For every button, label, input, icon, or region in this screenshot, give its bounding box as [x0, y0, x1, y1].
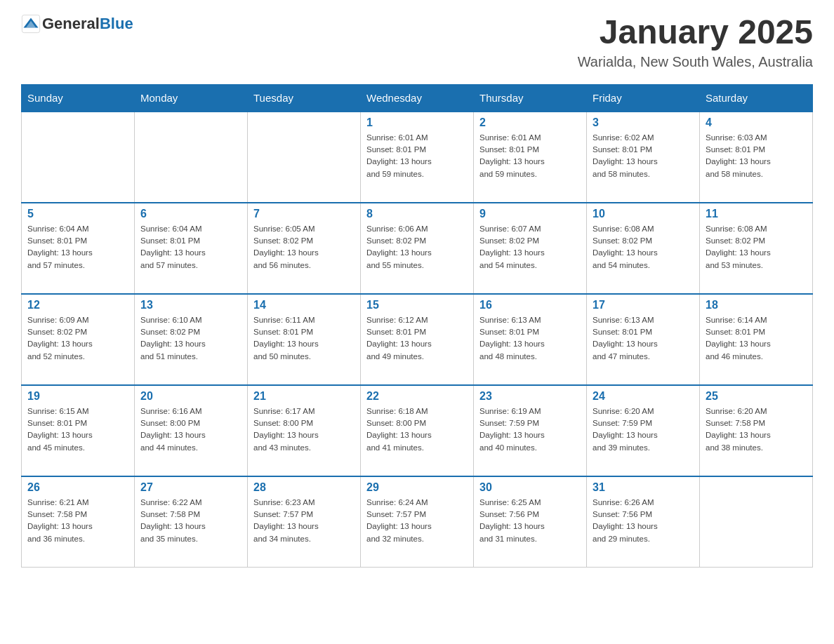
week-row-2: 5Sunrise: 6:04 AM Sunset: 8:01 PM Daylig… [22, 203, 813, 294]
table-row: 2Sunrise: 6:01 AM Sunset: 8:01 PM Daylig… [474, 112, 587, 203]
day-number: 22 [366, 390, 468, 403]
day-info: Sunrise: 6:23 AM Sunset: 7:57 PM Dayligh… [253, 497, 355, 545]
col-friday: Friday [587, 84, 700, 112]
table-row: 24Sunrise: 6:20 AM Sunset: 7:59 PM Dayli… [587, 385, 700, 476]
day-info: Sunrise: 6:09 AM Sunset: 8:02 PM Dayligh… [27, 314, 128, 363]
table-row [22, 112, 135, 203]
day-number: 29 [366, 481, 468, 494]
table-row: 3Sunrise: 6:02 AM Sunset: 8:01 PM Daylig… [587, 112, 700, 203]
logo: GeneralBlue [21, 14, 133, 34]
table-row: 9Sunrise: 6:07 AM Sunset: 8:02 PM Daylig… [474, 203, 587, 294]
col-saturday: Saturday [700, 84, 813, 112]
table-row: 7Sunrise: 6:05 AM Sunset: 8:02 PM Daylig… [248, 203, 361, 294]
table-row: 14Sunrise: 6:11 AM Sunset: 8:01 PM Dayli… [248, 294, 361, 385]
table-row: 21Sunrise: 6:17 AM Sunset: 8:00 PM Dayli… [248, 385, 361, 476]
day-number: 18 [706, 299, 807, 311]
day-info: Sunrise: 6:01 AM Sunset: 8:01 PM Dayligh… [479, 132, 581, 180]
table-row: 28Sunrise: 6:23 AM Sunset: 7:57 PM Dayli… [248, 476, 361, 568]
day-number: 20 [140, 390, 241, 403]
table-row: 17Sunrise: 6:13 AM Sunset: 8:01 PM Dayli… [587, 294, 700, 385]
table-row: 6Sunrise: 6:04 AM Sunset: 8:01 PM Daylig… [135, 203, 248, 294]
table-row: 19Sunrise: 6:15 AM Sunset: 8:01 PM Dayli… [22, 385, 135, 476]
day-info: Sunrise: 6:10 AM Sunset: 8:02 PM Dayligh… [140, 314, 241, 363]
col-wednesday: Wednesday [361, 84, 474, 112]
logo-icon [21, 14, 41, 34]
table-row: 18Sunrise: 6:14 AM Sunset: 8:01 PM Dayli… [700, 294, 813, 385]
calendar-header-row: Sunday Monday Tuesday Wednesday Thursday… [22, 84, 813, 112]
col-thursday: Thursday [474, 84, 587, 112]
day-info: Sunrise: 6:13 AM Sunset: 8:01 PM Dayligh… [593, 314, 694, 363]
day-number: 26 [27, 481, 128, 494]
day-info: Sunrise: 6:18 AM Sunset: 8:00 PM Dayligh… [366, 405, 468, 454]
week-row-5: 26Sunrise: 6:21 AM Sunset: 7:58 PM Dayli… [22, 476, 813, 568]
calendar-table: Sunday Monday Tuesday Wednesday Thursday… [21, 84, 813, 568]
day-number: 5 [27, 208, 128, 220]
table-row: 29Sunrise: 6:24 AM Sunset: 7:57 PM Dayli… [361, 476, 474, 568]
day-info: Sunrise: 6:17 AM Sunset: 8:00 PM Dayligh… [253, 405, 355, 454]
table-row [248, 112, 361, 203]
day-number: 11 [706, 208, 807, 220]
day-number: 12 [27, 299, 128, 311]
table-row [135, 112, 248, 203]
day-info: Sunrise: 6:05 AM Sunset: 8:02 PM Dayligh… [253, 223, 355, 271]
day-number: 3 [593, 116, 694, 129]
day-number: 13 [140, 299, 241, 311]
day-number: 17 [593, 299, 694, 311]
col-tuesday: Tuesday [248, 84, 361, 112]
week-row-1: 1Sunrise: 6:01 AM Sunset: 8:01 PM Daylig… [22, 112, 813, 203]
day-info: Sunrise: 6:22 AM Sunset: 7:58 PM Dayligh… [140, 497, 241, 545]
day-info: Sunrise: 6:06 AM Sunset: 8:02 PM Dayligh… [366, 223, 468, 271]
day-number: 19 [27, 390, 128, 403]
table-row: 20Sunrise: 6:16 AM Sunset: 8:00 PM Dayli… [135, 385, 248, 476]
day-info: Sunrise: 6:21 AM Sunset: 7:58 PM Dayligh… [27, 497, 128, 545]
table-row: 8Sunrise: 6:06 AM Sunset: 8:02 PM Daylig… [361, 203, 474, 294]
page-header: GeneralBlue January 2025 Warialda, New S… [21, 14, 813, 70]
day-number: 8 [366, 208, 468, 220]
table-row: 23Sunrise: 6:19 AM Sunset: 7:59 PM Dayli… [474, 385, 587, 476]
table-row: 11Sunrise: 6:08 AM Sunset: 8:02 PM Dayli… [700, 203, 813, 294]
table-row: 25Sunrise: 6:20 AM Sunset: 7:58 PM Dayli… [700, 385, 813, 476]
day-info: Sunrise: 6:11 AM Sunset: 8:01 PM Dayligh… [253, 314, 355, 363]
logo-text: GeneralBlue [42, 15, 133, 33]
day-info: Sunrise: 6:24 AM Sunset: 7:57 PM Dayligh… [366, 497, 468, 545]
day-info: Sunrise: 6:20 AM Sunset: 7:58 PM Dayligh… [706, 405, 807, 454]
day-info: Sunrise: 6:01 AM Sunset: 8:01 PM Dayligh… [366, 132, 468, 180]
day-number: 7 [253, 208, 355, 220]
day-number: 6 [140, 208, 241, 220]
table-row: 16Sunrise: 6:13 AM Sunset: 8:01 PM Dayli… [474, 294, 587, 385]
table-row: 13Sunrise: 6:10 AM Sunset: 8:02 PM Dayli… [135, 294, 248, 385]
day-number: 9 [479, 208, 581, 220]
table-row [700, 476, 813, 568]
day-number: 2 [479, 116, 581, 129]
day-number: 15 [366, 299, 468, 311]
day-info: Sunrise: 6:02 AM Sunset: 8:01 PM Dayligh… [593, 132, 694, 180]
day-info: Sunrise: 6:19 AM Sunset: 7:59 PM Dayligh… [479, 405, 581, 454]
table-row: 27Sunrise: 6:22 AM Sunset: 7:58 PM Dayli… [135, 476, 248, 568]
day-info: Sunrise: 6:07 AM Sunset: 8:02 PM Dayligh… [479, 223, 581, 271]
day-number: 4 [706, 116, 807, 129]
day-number: 16 [479, 299, 581, 311]
day-number: 28 [253, 481, 355, 494]
col-sunday: Sunday [22, 84, 135, 112]
day-info: Sunrise: 6:13 AM Sunset: 8:01 PM Dayligh… [479, 314, 581, 363]
day-info: Sunrise: 6:04 AM Sunset: 8:01 PM Dayligh… [140, 223, 241, 271]
day-info: Sunrise: 6:08 AM Sunset: 8:02 PM Dayligh… [706, 223, 807, 271]
table-row: 22Sunrise: 6:18 AM Sunset: 8:00 PM Dayli… [361, 385, 474, 476]
day-number: 21 [253, 390, 355, 403]
table-row: 1Sunrise: 6:01 AM Sunset: 8:01 PM Daylig… [361, 112, 474, 203]
day-number: 25 [706, 390, 807, 403]
day-info: Sunrise: 6:03 AM Sunset: 8:01 PM Dayligh… [706, 132, 807, 180]
table-row: 12Sunrise: 6:09 AM Sunset: 8:02 PM Dayli… [22, 294, 135, 385]
table-row: 15Sunrise: 6:12 AM Sunset: 8:01 PM Dayli… [361, 294, 474, 385]
table-row: 31Sunrise: 6:26 AM Sunset: 7:56 PM Dayli… [587, 476, 700, 568]
day-info: Sunrise: 6:08 AM Sunset: 8:02 PM Dayligh… [593, 223, 694, 271]
day-number: 23 [479, 390, 581, 403]
table-row: 26Sunrise: 6:21 AM Sunset: 7:58 PM Dayli… [22, 476, 135, 568]
day-number: 10 [593, 208, 694, 220]
day-number: 31 [593, 481, 694, 494]
day-number: 30 [479, 481, 581, 494]
day-info: Sunrise: 6:15 AM Sunset: 8:01 PM Dayligh… [27, 405, 128, 454]
day-info: Sunrise: 6:14 AM Sunset: 8:01 PM Dayligh… [706, 314, 807, 363]
day-info: Sunrise: 6:16 AM Sunset: 8:00 PM Dayligh… [140, 405, 241, 454]
day-info: Sunrise: 6:26 AM Sunset: 7:56 PM Dayligh… [593, 497, 694, 545]
